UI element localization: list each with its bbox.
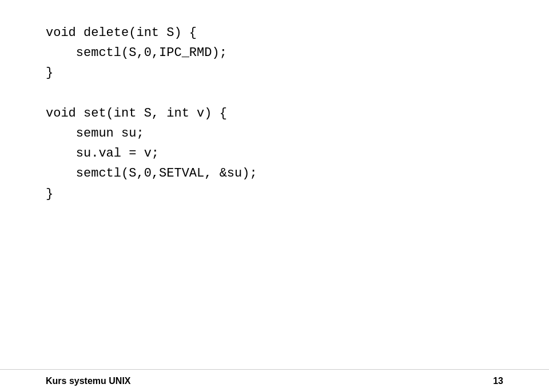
page-number: 13 xyxy=(493,376,503,386)
code-line-9: } xyxy=(46,187,53,201)
course-name: Kurs systemu UNIX xyxy=(46,376,131,386)
code-line-8: semctl(S,0,SETVAL, &su); xyxy=(46,166,257,181)
code-line-5: void set(int S, int v) { xyxy=(46,106,227,121)
footer: Kurs systemu UNIX 13 xyxy=(0,369,549,392)
code-line-1: void delete(int S) { xyxy=(46,26,197,40)
code-line-6: semun su; xyxy=(46,126,144,141)
code-block: void delete(int S) { semctl(S,0,IPC_RMD)… xyxy=(46,23,503,204)
code-line-7: su.val = v; xyxy=(46,146,159,161)
code-line-3: } xyxy=(46,66,53,80)
code-line-2: semctl(S,0,IPC_RMD); xyxy=(46,46,227,60)
slide-content: void delete(int S) { semctl(S,0,IPC_RMD)… xyxy=(0,0,549,369)
